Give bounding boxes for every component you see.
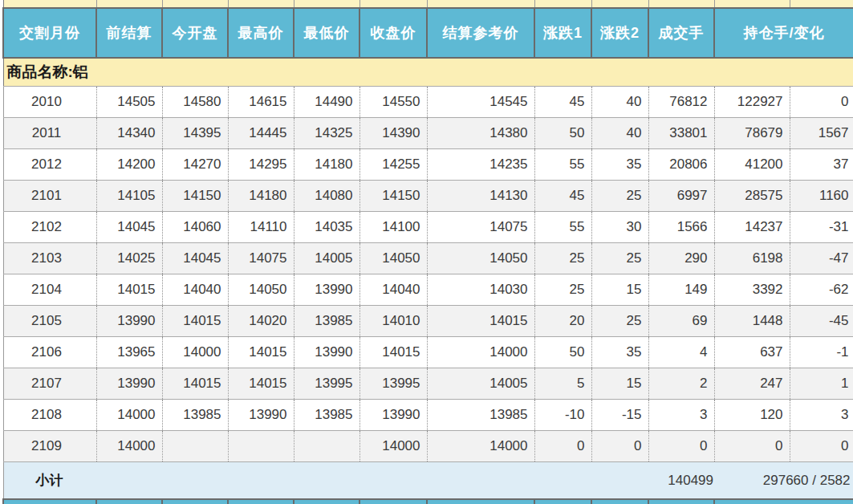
cell-settle-ref: 14030 (427, 274, 534, 306)
table-row: 2104140151404014050139901404014030251514… (3, 274, 853, 306)
cell-month: 2011 (3, 118, 96, 149)
cell-low (294, 431, 359, 462)
cell-high: 14110 (228, 212, 294, 243)
cell-oi-change: 1 (790, 368, 853, 400)
cell-low: 13990 (294, 337, 359, 368)
cell-high: 14615 (228, 87, 294, 118)
cell-chg2: 40 (591, 118, 648, 149)
cell-high: 14015 (228, 337, 294, 368)
col-header-prev-settlement: 前结算 (96, 8, 162, 58)
cell-open-interest: 247 (714, 368, 790, 400)
cell-chg1: -10 (534, 400, 591, 431)
cell-open (162, 431, 228, 462)
cell-low: 14005 (294, 243, 359, 274)
cell-prev-settle: 14000 (96, 400, 162, 431)
cell-open: 14060 (162, 212, 228, 243)
cell-settle-ref: 14380 (427, 118, 534, 149)
cell-oi-change: -45 (790, 306, 853, 337)
cell-open: 13985 (162, 400, 228, 431)
cell-close: 14050 (359, 243, 427, 274)
cell-open: 14580 (162, 87, 228, 118)
cell-chg1: 45 (534, 87, 591, 118)
cell-oi-change: -62 (790, 274, 853, 306)
cell-high: 14015 (228, 368, 294, 400)
table-row: 2103140251404514075140051405014050252529… (3, 243, 853, 274)
table-row: 2106139651400014015139901401514000503546… (3, 337, 853, 368)
clipped-next-header-row (3, 499, 853, 504)
cell-high: 13990 (228, 400, 294, 431)
cell-open: 14150 (162, 181, 228, 212)
cell-chg1: 55 (534, 149, 591, 181)
cell-open-interest: 6198 (714, 243, 790, 274)
cell-chg1: 50 (534, 118, 591, 149)
cell-chg1: 20 (534, 306, 591, 337)
col-header-high: 最高价 (228, 8, 294, 58)
table-header-row: 交割月份 前结算 今开盘 最高价 最低价 收盘价 结算参考价 涨跌1 涨跌2 成… (3, 8, 853, 58)
cell-close: 13995 (359, 368, 427, 400)
subtotal-label: 小计 (3, 462, 648, 500)
table-row: 210914000140001400000000 (3, 431, 853, 462)
cell-open-interest: 122927 (714, 87, 790, 118)
col-header-delivery-month: 交割月份 (3, 8, 96, 58)
cell-prev-settle: 14015 (96, 274, 162, 306)
cell-high: 14445 (228, 118, 294, 149)
cell-settle-ref: 14075 (427, 212, 534, 243)
cell-month: 2109 (3, 431, 96, 462)
cell-high (228, 431, 294, 462)
cell-prev-settle: 14105 (96, 181, 162, 212)
cell-open-interest: 78679 (714, 118, 790, 149)
cell-open: 14015 (162, 306, 228, 337)
cell-low: 13985 (294, 306, 359, 337)
cell-chg1: 50 (534, 337, 591, 368)
cell-open-interest: 41200 (714, 149, 790, 181)
cell-open-interest: 637 (714, 337, 790, 368)
cell-volume: 4 (648, 337, 714, 368)
cell-open-interest: 120 (714, 400, 790, 431)
cell-chg2: 15 (591, 368, 648, 400)
cell-high: 14180 (228, 181, 294, 212)
cell-volume: 290 (648, 243, 714, 274)
table-row: 2012142001427014295141801425514235553520… (3, 149, 853, 181)
cell-oi-change: 0 (790, 431, 853, 462)
cell-chg1: 25 (534, 274, 591, 306)
cell-settle-ref: 14130 (427, 181, 534, 212)
cell-low: 14180 (294, 149, 359, 181)
cell-open: 14040 (162, 274, 228, 306)
cell-oi-change: -47 (790, 243, 853, 274)
cell-prev-settle: 14340 (96, 118, 162, 149)
cell-low: 14490 (294, 87, 359, 118)
cell-month: 2104 (3, 274, 96, 306)
cell-chg2: 15 (591, 274, 648, 306)
cell-open: 14015 (162, 368, 228, 400)
cell-volume: 6997 (648, 181, 714, 212)
col-header-open-interest: 持仓手/变化 (714, 8, 853, 58)
commodity-group-label: 商品名称:铝 (3, 58, 853, 87)
cell-low: 14080 (294, 181, 359, 212)
cell-close: 14255 (359, 149, 427, 181)
cell-volume: 0 (648, 431, 714, 462)
cell-open-interest: 14237 (714, 212, 790, 243)
cell-low: 13985 (294, 400, 359, 431)
cell-chg2: -15 (591, 400, 648, 431)
cell-settle-ref: 14005 (427, 368, 534, 400)
cell-oi-change: 37 (790, 149, 853, 181)
futures-quotes-table: 交割月份 前结算 今开盘 最高价 最低价 收盘价 结算参考价 涨跌1 涨跌2 成… (2, 0, 853, 504)
table-row: 2010145051458014615144901455014545454076… (3, 87, 853, 118)
cell-close: 14100 (359, 212, 427, 243)
table-row: 2102140451406014110140351410014075553015… (3, 212, 853, 243)
cell-close: 14550 (359, 87, 427, 118)
cell-volume: 149 (648, 274, 714, 306)
cell-close: 13990 (359, 400, 427, 431)
cell-settle-ref: 14235 (427, 149, 534, 181)
cell-chg1: 0 (534, 431, 591, 462)
table-row: 2011143401439514445143251439014380504033… (3, 118, 853, 149)
cell-high: 14050 (228, 274, 294, 306)
cell-close: 14015 (359, 337, 427, 368)
cell-open: 14000 (162, 337, 228, 368)
cell-chg2: 25 (591, 306, 648, 337)
cell-volume: 33801 (648, 118, 714, 149)
cell-high: 14295 (228, 149, 294, 181)
cell-month: 2012 (3, 149, 96, 181)
col-header-close: 收盘价 (359, 8, 427, 58)
cell-high: 14075 (228, 243, 294, 274)
